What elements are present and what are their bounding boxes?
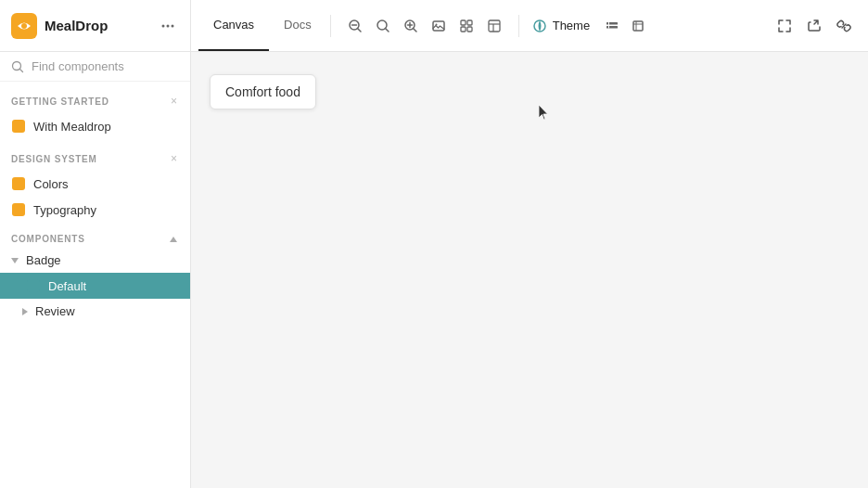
image-button[interactable]	[426, 13, 452, 39]
comfort-food-chip: Comfort food	[210, 74, 316, 109]
zoom-in-button[interactable]	[398, 13, 424, 39]
svg-line-11	[413, 28, 416, 32]
frame-button[interactable]	[625, 13, 651, 39]
tab-canvas[interactable]: Canvas	[198, 0, 269, 51]
typography-label: Typography	[33, 203, 96, 217]
badge-default-label: Default	[48, 279, 86, 293]
zoom-reset-button[interactable]	[370, 13, 396, 39]
theme-divider	[518, 15, 519, 37]
chevron-up-icon	[170, 237, 177, 242]
svg-line-6	[357, 28, 361, 32]
sidebar-item-typography[interactable]: Typography	[0, 197, 190, 223]
menu-button[interactable]	[157, 15, 179, 37]
svg-rect-16	[461, 20, 466, 25]
zoom-in-icon	[403, 19, 418, 33]
cursor-pointer	[539, 105, 550, 122]
svg-point-3	[167, 24, 170, 27]
comfort-food-label: Comfort food	[225, 84, 300, 99]
badge-review-label: Review	[35, 304, 75, 318]
sidebar-item-badge[interactable]: Badge	[0, 248, 190, 273]
copy-link-button[interactable]	[831, 13, 857, 39]
canvas[interactable]: Comfort food	[191, 52, 868, 488]
grid-button[interactable]	[453, 13, 479, 39]
svg-rect-18	[461, 27, 466, 32]
typography-icon	[11, 202, 26, 217]
components-title: COMPONENTS	[11, 234, 85, 244]
image-icon	[431, 19, 446, 33]
orange-square-icon	[12, 120, 25, 133]
sidebar-item-with-mealdrop[interactable]: With Mealdrop	[0, 113, 190, 139]
fullscreen-button[interactable]	[772, 13, 798, 39]
review-expand-icon	[22, 308, 28, 315]
table-button[interactable]	[481, 13, 507, 39]
share-button[interactable]	[801, 13, 827, 39]
layout-icon	[605, 19, 619, 33]
design-system-close-button[interactable]: ×	[169, 150, 179, 167]
mealdrop-logo-icon	[11, 13, 37, 39]
toolbar-icons	[335, 13, 515, 39]
zoom-out-icon	[348, 19, 363, 33]
sidebar-item-badge-review[interactable]: Review	[0, 299, 190, 324]
svg-line-9	[385, 28, 389, 32]
colors-icon	[11, 176, 26, 191]
components-section-header: COMPONENTS	[0, 223, 190, 248]
svg-rect-25	[606, 26, 618, 29]
main: / GETTING STARTED × With Mealdrop DESIGN…	[0, 52, 868, 488]
zoom-reset-icon	[376, 19, 390, 33]
sidebar-item-badge-default[interactable]: Default	[0, 273, 190, 299]
layout-button[interactable]	[599, 13, 625, 39]
logo-area: MealDrop	[0, 0, 191, 51]
center-nav: Canvas Docs	[191, 0, 658, 51]
badge-default-icon	[26, 278, 41, 293]
zoom-out-button[interactable]	[342, 13, 368, 39]
sidebar: / GETTING STARTED × With Mealdrop DESIGN…	[0, 52, 191, 488]
canvas-inner: Comfort food	[191, 52, 868, 488]
search-icon	[11, 60, 24, 73]
svg-line-31	[20, 69, 23, 71]
link-icon	[836, 19, 851, 33]
right-icons	[772, 13, 868, 39]
svg-rect-20	[489, 20, 500, 32]
theme-icon	[532, 19, 547, 33]
components-collapse-button[interactable]	[168, 235, 179, 244]
search-input[interactable]	[32, 59, 187, 73]
colors-label: Colors	[33, 177, 69, 191]
with-mealdrop-label: With Mealdrop	[33, 120, 111, 134]
sidebar-item-colors[interactable]: Colors	[0, 171, 190, 197]
theme-label: Theme	[553, 19, 590, 32]
frame-icon	[631, 19, 645, 33]
tab-docs[interactable]: Docs	[269, 0, 326, 51]
orange-square-icon-colors	[12, 177, 25, 190]
orange-square-icon-typography	[12, 203, 25, 216]
getting-started-section-header: GETTING STARTED ×	[0, 82, 190, 113]
fullscreen-icon	[777, 19, 792, 33]
svg-rect-17	[467, 20, 472, 25]
svg-rect-26	[608, 22, 609, 29]
getting-started-close-button[interactable]: ×	[169, 93, 179, 109]
theme-button[interactable]: Theme	[523, 13, 599, 39]
badge-expand-icon	[11, 258, 19, 263]
nav-divider	[330, 15, 331, 37]
svg-rect-27	[633, 21, 643, 31]
logo-text: MealDrop	[45, 18, 108, 33]
share-icon	[807, 19, 822, 33]
svg-point-2	[162, 24, 165, 27]
ellipsis-icon	[160, 19, 175, 33]
svg-rect-19	[467, 27, 472, 32]
svg-point-4	[172, 24, 174, 27]
topbar: MealDrop Canvas Docs	[0, 0, 868, 52]
design-system-section-header: DESIGN SYSTEM ×	[0, 139, 190, 171]
with-mealdrop-icon	[11, 119, 26, 134]
svg-point-1	[21, 23, 27, 29]
teal-square-icon-default	[27, 279, 40, 292]
design-system-title: DESIGN SYSTEM	[11, 154, 97, 164]
grid-icon	[459, 19, 474, 33]
table-icon	[487, 19, 502, 33]
search-bar: /	[0, 52, 190, 82]
svg-rect-24	[606, 22, 618, 25]
badge-label: Badge	[26, 253, 61, 267]
getting-started-title: GETTING STARTED	[11, 96, 109, 107]
